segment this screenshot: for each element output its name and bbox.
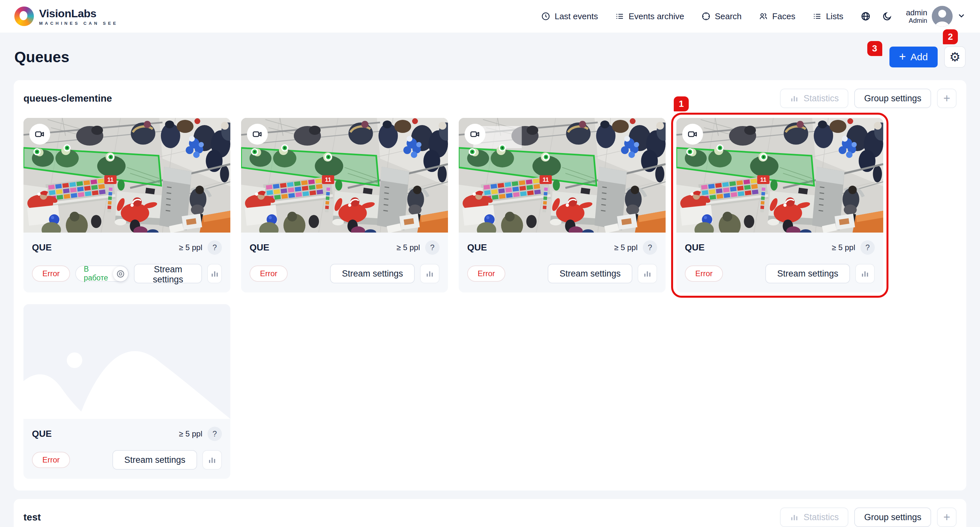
- statistics-label: Statistics: [803, 512, 838, 522]
- dark-mode-moon-icon[interactable]: [882, 11, 892, 22]
- group-title: queues-clementine: [24, 93, 112, 104]
- camera-icon: [682, 124, 703, 144]
- people-threshold: ≥ 5 ppl: [396, 243, 420, 252]
- nav-item-label: Search: [715, 11, 741, 22]
- statistics-button[interactable]: Statistics: [780, 508, 848, 527]
- stream-preview-placeholder[interactable]: [24, 304, 230, 419]
- page-header: Queues 3 2 + Add ⚙: [0, 33, 980, 71]
- annotation-badge-3: 3: [867, 41, 882, 56]
- svg-text:11: 11: [107, 176, 113, 183]
- group-add-button[interactable]: +: [937, 508, 956, 527]
- brand-tagline: MACHINES CAN SEE: [39, 21, 118, 26]
- stop-button[interactable]: [113, 267, 128, 281]
- visionlabs-logo-icon: [14, 6, 34, 26]
- stream-settings-button[interactable]: Stream settings: [112, 450, 197, 470]
- people-threshold: ≥ 5 ppl: [179, 243, 202, 252]
- queue-card-highlighted: 1: [676, 118, 883, 292]
- settings-button[interactable]: ⚙: [944, 46, 966, 68]
- clock-icon: [541, 11, 550, 21]
- statistics-button[interactable]: Statistics: [780, 89, 848, 108]
- statistics-label: Statistics: [803, 94, 838, 103]
- stream-settings-button[interactable]: Stream settings: [330, 264, 415, 283]
- help-badge[interactable]: ?: [643, 240, 657, 255]
- queue-title: QUE: [32, 429, 52, 439]
- list-icon: [615, 11, 625, 21]
- nav-item-label: Events archive: [628, 11, 684, 22]
- header-actions: 3 2 + Add ⚙: [889, 46, 966, 68]
- group-queues-clementine: queues-clementine Statistics Group setti…: [14, 80, 966, 490]
- group-settings-label: Group settings: [864, 94, 921, 103]
- list-icon: [812, 11, 822, 21]
- help-badge[interactable]: ?: [208, 427, 222, 441]
- group-settings-button[interactable]: Group settings: [854, 89, 931, 108]
- help-badge[interactable]: ?: [861, 240, 875, 255]
- stream-statistics-button[interactable]: [420, 264, 439, 283]
- status-badge-error: Error: [32, 265, 70, 282]
- stream-preview[interactable]: 11: [676, 118, 883, 233]
- queue-card: QUE ≥ 5 ppl ? Error Stream settings: [24, 304, 230, 479]
- user-name: admin: [906, 8, 927, 17]
- stream-settings-button[interactable]: Stream settings: [765, 264, 850, 283]
- stream-settings-button[interactable]: Stream settings: [134, 264, 202, 283]
- status-badge-error: Error: [250, 265, 288, 282]
- stream-statistics-button[interactable]: [207, 264, 222, 283]
- bar-chart-icon: [643, 269, 652, 278]
- people-icon: [759, 11, 768, 21]
- in-progress-label: В работе: [84, 265, 108, 283]
- navbar: VisionLabs MACHINES CAN SEE Last events …: [0, 0, 980, 33]
- status-badge-in-progress: В работе: [75, 265, 129, 282]
- user-menu[interactable]: admin Admin: [906, 6, 966, 27]
- stream-settings-button[interactable]: Stream settings: [548, 264, 632, 283]
- group-settings-button[interactable]: Group settings: [854, 508, 931, 527]
- status-badge-error: Error: [467, 265, 505, 282]
- people-threshold: ≥ 5 ppl: [832, 243, 855, 252]
- cards-grid: 11 QUE: [24, 118, 956, 479]
- camera-icon: [465, 124, 485, 144]
- svg-text:11: 11: [542, 176, 549, 183]
- svg-text:11: 11: [760, 176, 766, 183]
- nav-item-last-events[interactable]: Last events: [541, 11, 598, 22]
- app: VisionLabs MACHINES CAN SEE Last events …: [0, 0, 980, 527]
- radar-icon: [701, 11, 711, 21]
- stream-preview[interactable]: 11: [241, 118, 448, 233]
- stream-preview[interactable]: 11: [24, 118, 230, 233]
- chevron-down-icon[interactable]: [957, 11, 966, 21]
- nav-item-faces[interactable]: Faces: [759, 11, 795, 22]
- group-test: test Statistics Group settings +: [14, 499, 966, 527]
- main-nav: Last events Events archive Search Faces …: [541, 11, 843, 22]
- nav-item-lists[interactable]: Lists: [812, 11, 843, 22]
- plus-icon: +: [943, 510, 950, 524]
- nav-controls: admin Admin: [861, 6, 966, 27]
- brand-logo[interactable]: VisionLabs MACHINES CAN SEE: [14, 6, 118, 26]
- user-role: Admin: [906, 17, 927, 24]
- nav-item-events-archive[interactable]: Events archive: [615, 11, 684, 22]
- camera-icon: [247, 124, 268, 144]
- status-badge-error: Error: [685, 265, 723, 282]
- group-add-button[interactable]: +: [937, 89, 956, 108]
- language-globe-icon[interactable]: [861, 11, 871, 22]
- bar-chart-icon: [790, 94, 799, 103]
- plus-icon: +: [943, 92, 950, 105]
- bar-chart-icon: [208, 456, 216, 465]
- stream-statistics-button[interactable]: [855, 264, 875, 283]
- add-button[interactable]: + Add: [889, 46, 938, 67]
- annotation-badge-2: 2: [943, 29, 958, 44]
- help-badge[interactable]: ?: [425, 240, 439, 255]
- people-threshold: ≥ 5 ppl: [179, 429, 202, 438]
- queue-card: 11 QUE: [24, 118, 230, 292]
- stream-statistics-button[interactable]: [638, 264, 657, 283]
- stream-statistics-button[interactable]: [202, 450, 222, 470]
- nav-item-search[interactable]: Search: [701, 11, 741, 22]
- group-settings-label: Group settings: [864, 512, 921, 522]
- queue-card: 11 QUE: [241, 118, 448, 292]
- bar-chart-icon: [210, 269, 219, 278]
- add-button-label: Add: [911, 51, 928, 62]
- help-badge[interactable]: ?: [208, 240, 222, 255]
- stream-preview[interactable]: 11: [459, 118, 666, 233]
- annotation-badge-1: 1: [674, 97, 689, 111]
- nav-item-label: Faces: [772, 11, 795, 22]
- queue-title: QUE: [250, 242, 269, 253]
- avatar[interactable]: [932, 6, 953, 27]
- plus-icon: +: [899, 51, 906, 62]
- stop-icon: [116, 269, 125, 278]
